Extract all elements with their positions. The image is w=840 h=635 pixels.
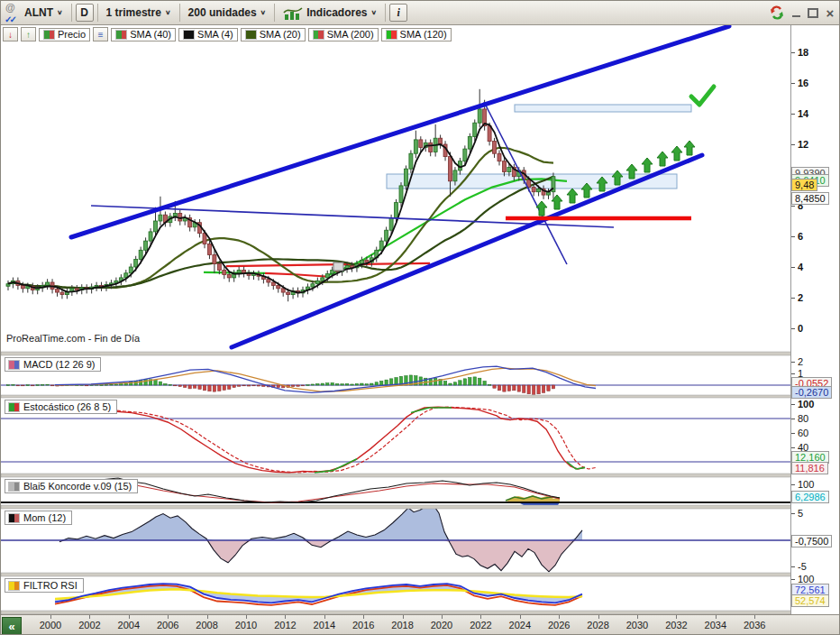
- legend-item-sma-4-[interactable]: SMA (4): [178, 28, 238, 41]
- mom-axis-tick-label: 5: [798, 508, 803, 519]
- axis-tick: [791, 419, 795, 419]
- chart-style-button[interactable]: D: [76, 4, 94, 22]
- year-tick: [480, 615, 481, 619]
- year-tick: [89, 615, 90, 619]
- rsi-swatch-icon: [8, 581, 20, 591]
- legend-item-label: Precio: [58, 29, 86, 40]
- axis-tick: [791, 114, 795, 115]
- scale-down-button[interactable]: ↓: [3, 27, 18, 41]
- units-label: 200 unidades: [188, 6, 257, 19]
- axis-tick: [791, 433, 795, 434]
- axis-tick: [791, 404, 795, 405]
- koncorde-axis-tick-label: 100: [798, 479, 814, 490]
- stoch-axis-tick-label: 60: [798, 428, 808, 438]
- panel-label-text: MACD (12 26 9): [23, 359, 95, 370]
- year-label: 2010: [228, 620, 264, 630]
- minimize-button[interactable]: [789, 6, 803, 19]
- axis-tick: [791, 52, 795, 53]
- mom-value-label: -0,7500: [791, 535, 832, 548]
- stoch-swatch-icon: [8, 402, 20, 412]
- axis-tick: [791, 236, 795, 237]
- scroll-back-button[interactable]: «: [2, 617, 22, 635]
- year-label: 2030: [619, 620, 655, 630]
- legend-item-sma-200-[interactable]: SMA (200): [308, 28, 379, 41]
- year-label: 2000: [32, 620, 68, 630]
- price-legend: ↓ ↑ Precio≡SMA (40)SMA (4)SMA (20)SMA (2…: [3, 27, 452, 41]
- chart-canvas[interactable]: [1, 1, 840, 635]
- year-tick: [559, 615, 560, 619]
- year-label: 2032: [658, 620, 694, 630]
- year-tick: [598, 615, 599, 619]
- koncorde-swatch-icon: [8, 482, 20, 492]
- legend-item-label: SMA (4): [197, 29, 233, 40]
- year-label: 2004: [111, 620, 147, 630]
- axis-tick: [791, 566, 795, 567]
- price-axis-tick-label: 12: [798, 139, 808, 150]
- panel-label-mom[interactable]: Mom (12): [5, 511, 72, 525]
- year-label: 2002: [71, 620, 107, 630]
- year-tick: [403, 615, 404, 619]
- chevron-down-icon: ∨: [57, 9, 63, 16]
- symbol-label: ALNT: [24, 6, 53, 19]
- legend-item-label: SMA (20): [260, 29, 301, 40]
- year-tick: [363, 615, 364, 619]
- axis-tick: [791, 447, 795, 448]
- chevron-down-icon: ∨: [165, 9, 171, 16]
- time-axis-bar: « 20002002200420062008201020122014201620…: [1, 614, 840, 635]
- year-tick: [285, 615, 286, 619]
- chevron-down-icon: ∨: [371, 9, 378, 16]
- panel-label-stoch[interactable]: Estocástico (26 8 5): [5, 400, 117, 414]
- panel-label-text: Mom (12): [23, 512, 66, 523]
- price-axis-tick-label: 16: [798, 78, 808, 88]
- app-window: @✓✓ ALNT ∨ D 1 trimestre ∨ 200 unidades …: [0, 0, 840, 635]
- info-label: i: [397, 6, 399, 20]
- axis-tick: [791, 373, 795, 374]
- year-tick: [246, 615, 247, 619]
- units-dropdown[interactable]: 200 unidades ∨: [184, 6, 271, 19]
- year-tick: [168, 615, 169, 619]
- axis-tick: [791, 206, 795, 207]
- year-tick: [324, 615, 325, 619]
- symbol-dropdown[interactable]: ALNT ∨: [20, 6, 68, 19]
- info-button[interactable]: i: [389, 4, 407, 22]
- panel-label-text: Blai5 Koncorde v.09 (15): [23, 481, 132, 492]
- mom-axis-tick-label: -5: [798, 561, 807, 572]
- year-label: 2008: [189, 620, 225, 630]
- panel-label-macd[interactable]: MACD (12 26 9): [5, 357, 101, 372]
- stoch-value-label: 11,816: [791, 462, 828, 474]
- maximize-button[interactable]: [806, 6, 820, 19]
- panel-label-rsi[interactable]: FILTRO RSI: [5, 578, 84, 593]
- year-tick: [520, 615, 521, 619]
- panel-label-koncorde[interactable]: Blai5 Koncorde v.09 (15): [5, 479, 138, 493]
- list-icon[interactable]: ≡: [93, 27, 108, 41]
- year-tick: [129, 615, 130, 619]
- scale-up-button[interactable]: ↑: [21, 27, 36, 41]
- price-value-label: 9,48: [791, 179, 817, 191]
- legend-item-sma-120-[interactable]: SMA (120): [381, 28, 452, 41]
- year-label: 2024: [502, 620, 538, 630]
- panel-label-text: FILTRO RSI: [23, 580, 78, 591]
- titlebar: @✓✓ ALNT ∨ D 1 trimestre ∨ 200 unidades …: [1, 1, 840, 25]
- axis-tick: [791, 579, 795, 580]
- legend-item-sma-40-[interactable]: SMA (40): [111, 28, 176, 41]
- timeframe-dropdown[interactable]: 1 trimestre ∨: [102, 6, 176, 19]
- macd-swatch-icon: [8, 360, 20, 370]
- indicators-dropdown[interactable]: Indicadores ∨: [278, 5, 381, 21]
- year-label: 2020: [424, 620, 460, 630]
- legend-swatch-icon: [313, 30, 324, 40]
- legend-item-sma-20-[interactable]: SMA (20): [241, 28, 306, 41]
- indicators-icon: [283, 5, 303, 21]
- close-button[interactable]: ×: [823, 6, 837, 19]
- legend-item-precio[interactable]: Precio: [39, 28, 90, 41]
- year-tick: [207, 615, 208, 619]
- year-label: 2034: [698, 620, 734, 630]
- stoch-axis-tick-label: 100: [798, 399, 814, 410]
- legend-swatch-icon: [386, 30, 397, 40]
- rsi-value-label: 52,574: [791, 594, 829, 607]
- axis-tick: [791, 484, 795, 485]
- refresh-icon[interactable]: [768, 4, 786, 22]
- axis-tick: [791, 144, 795, 145]
- year-label: 2026: [541, 620, 577, 630]
- legend-item-label: SMA (120): [400, 29, 447, 40]
- koncorde-value-label: 6,2986: [791, 491, 829, 503]
